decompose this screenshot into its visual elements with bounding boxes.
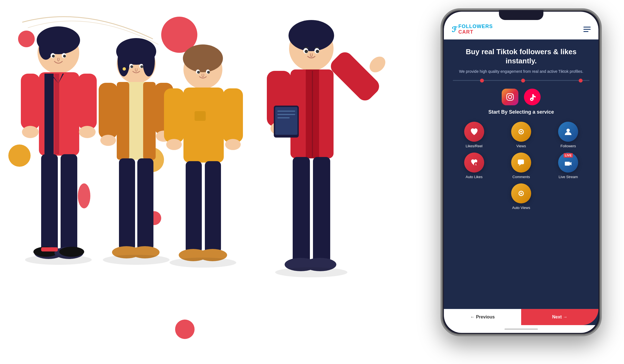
hamburger-line-3 [583,31,588,32]
svg-point-27 [123,67,126,71]
svg-rect-9 [78,74,97,129]
service-item-auto-views[interactable]: Auto Views [511,183,531,210]
svg-rect-48 [164,88,184,143]
select-service-label: Start By Selecting a service [488,109,554,115]
svg-rect-30 [117,82,129,160]
followers-label: Followers [561,144,576,148]
svg-marker-97 [570,162,571,165]
svg-rect-49 [223,88,243,143]
svg-rect-71 [277,111,295,112]
svg-rect-13 [61,154,77,251]
comments-icon-circle [511,153,531,173]
svg-point-87 [508,95,512,99]
phone-outer: ℱ FOLLOWERS CART Buy real Tiktok fo [441,8,602,336]
svg-point-81 [316,50,319,53]
svg-point-80 [305,50,308,53]
svg-rect-74 [293,157,310,263]
svg-point-50 [166,139,182,150]
svg-point-43 [140,65,143,68]
slider-dot-1 [480,79,484,83]
svg-text:A: A [475,163,477,166]
instagram-button[interactable] [502,89,518,105]
slider-track [453,80,590,81]
svg-point-99 [520,193,522,194]
phone-content: Buy real Tiktok followers & likes instan… [444,39,598,309]
previous-button[interactable]: ← Previous [444,309,521,325]
illustration-figures [0,0,459,364]
svg-point-58 [197,71,200,74]
svg-rect-5 [44,74,54,154]
likes-label: Likes/Reel [466,144,483,148]
service-item-views[interactable]: Views [500,122,542,148]
auto-likes-label: Auto Likes [466,175,483,179]
service-item-comments[interactable]: Comments [500,153,542,179]
phone-bottom-bar [444,325,598,333]
svg-rect-94 [518,159,524,164]
service-item-live-stream[interactable]: LIVE Live Stream [547,153,590,179]
svg-point-85 [275,267,347,277]
auto-views-icon-circle [511,183,531,203]
svg-point-67 [366,53,388,75]
logo-text: FOLLOWERS CART [458,24,493,35]
svg-point-51 [225,139,241,150]
followers-icon-circle [558,122,578,142]
phone-mockup: ℱ FOLLOWERS CART Buy real Tiktok fo [441,8,602,336]
likes-icon-circle [464,122,484,142]
svg-rect-12 [41,154,58,251]
next-button[interactable]: Next → [521,309,598,325]
progress-slider[interactable] [453,80,590,81]
svg-point-83 [103,255,170,265]
svg-rect-36 [119,158,135,250]
svg-rect-46 [183,88,224,163]
auto-views-label: Auto Views [512,206,530,210]
svg-rect-31 [143,82,156,160]
svg-point-25 [118,46,130,76]
svg-point-59 [207,71,210,74]
svg-rect-4 [54,74,59,154]
svg-point-34 [100,135,116,146]
svg-point-91 [566,129,570,132]
service-item-likes[interactable]: Likes/Reel [453,122,495,148]
svg-rect-8 [21,74,40,129]
svg-point-90 [520,131,522,133]
auto-likes-icon-circle: A [464,153,484,173]
hamburger-line-2 [583,29,591,30]
svg-rect-72 [277,114,295,115]
phone-notch [499,10,543,20]
logo-cart-text: CART [458,29,493,35]
service-grid-bottom: Auto Views [453,183,590,210]
svg-point-88 [512,94,513,95]
svg-rect-47 [195,111,206,121]
hamburger-menu[interactable] [583,27,591,32]
svg-point-22 [63,55,66,58]
svg-point-26 [143,46,155,76]
svg-rect-75 [313,157,330,263]
svg-rect-64 [312,71,313,157]
live-stream-icon-circle: LIVE [558,153,578,173]
svg-rect-53 [205,161,221,253]
svg-point-10 [22,126,39,138]
logo-icon: ℱ [452,26,457,33]
svg-marker-95 [519,164,521,166]
views-label: Views [516,144,526,148]
svg-point-84 [170,258,236,268]
svg-point-82 [25,255,92,265]
svg-rect-52 [186,161,202,253]
svg-point-11 [79,126,96,138]
logo-followers-text: FOLLOWERS [458,24,493,29]
subheadline: We provide high quality engagement from … [459,69,583,74]
phone-screen: ℱ FOLLOWERS CART Buy real Tiktok fo [444,12,598,333]
social-platform-row [502,89,541,105]
service-item-auto-likes[interactable]: A Auto Likes [453,153,495,179]
tiktok-button[interactable] [524,89,541,105]
svg-rect-73 [277,117,290,118]
slider-dot-2 [521,79,525,83]
svg-rect-18 [41,247,58,251]
slider-dot-3 [579,79,583,83]
home-indicator [504,328,538,330]
svg-rect-32 [99,83,118,138]
service-item-followers[interactable]: Followers [547,122,590,148]
hamburger-line-1 [583,27,591,28]
svg-point-45 [183,44,223,72]
svg-rect-96 [565,162,570,166]
